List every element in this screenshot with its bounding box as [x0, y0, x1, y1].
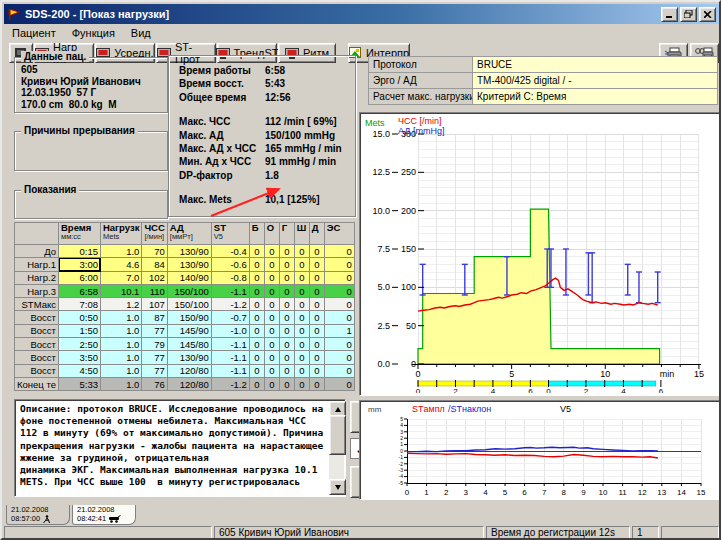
description-text[interactable]: Описание: протокол BRUCE. Исследование п… [17, 402, 328, 494]
stage-cell-mets[interactable]: 1.2 [100, 298, 141, 311]
record-tab-1[interactable]: 21.02.2008 08:57:00 [6, 505, 70, 525]
stage-row-label[interactable]: До [15, 245, 59, 258]
stage-cell-st[interactable]: -1.1 [211, 338, 249, 351]
stage-cell-o[interactable]: 0 [264, 364, 279, 377]
stage-cell-o[interactable]: 0 [264, 377, 279, 390]
stage-cell-es[interactable]: 0 [324, 377, 354, 390]
stage-cell-d[interactable]: 0 [309, 351, 324, 364]
stage-cell-d[interactable]: 0 [309, 298, 324, 311]
stage-row-label[interactable]: Восст [15, 324, 59, 337]
stage-cell-g[interactable]: 0 [279, 377, 294, 390]
stage-cell-b[interactable]: 0 [249, 284, 264, 297]
stage-cell-es[interactable]: 0 [324, 258, 354, 271]
stage-cell-hr[interactable]: 107 [142, 298, 167, 311]
stage-cell-st[interactable]: -0.6 [211, 258, 249, 271]
stage-cell-time[interactable]: 6:58 [58, 284, 100, 297]
stage-cell-b[interactable]: 0 [249, 364, 264, 377]
stage-cell-mets[interactable]: 1.0 [100, 338, 141, 351]
stage-cell-mets[interactable]: 4.6 [100, 258, 141, 271]
stage-cell-b[interactable]: 0 [249, 377, 264, 390]
stage-row-label[interactable]: Нагр.2 [15, 271, 59, 284]
menu-view[interactable]: Вид [123, 26, 159, 40]
stage-cell-o[interactable]: 0 [264, 351, 279, 364]
protocol-value[interactable]: BRUCE [473, 57, 718, 73]
stage-cell-d[interactable]: 0 [309, 364, 324, 377]
stage-cell-d[interactable]: 0 [309, 245, 324, 258]
stage-cell-time[interactable]: 0:50 [58, 311, 100, 324]
stage-cell-g[interactable]: 0 [279, 364, 294, 377]
stage-cell-bp[interactable]: 130/90 [167, 258, 211, 271]
stage-row-label[interactable]: Восст [15, 338, 59, 351]
scroll-thumb[interactable] [329, 415, 346, 455]
stage-cell-b[interactable]: 0 [249, 338, 264, 351]
stage-cell-st[interactable]: -1.2 [211, 298, 249, 311]
stage-cell-hr[interactable]: 70 [142, 245, 167, 258]
stage-row-label[interactable]: STМакс [15, 298, 59, 311]
stage-cell-d[interactable]: 0 [309, 377, 324, 390]
stage-cell-mets[interactable]: 1.0 [100, 311, 141, 324]
stage-cell-st[interactable]: -1.1 [211, 284, 249, 297]
stage-row-label[interactable]: Нагр.3 [15, 284, 59, 297]
stage-cell-time[interactable]: 7:08 [58, 298, 100, 311]
stage-cell-sh[interactable]: 0 [294, 324, 309, 337]
stage-cell-d[interactable]: 0 [309, 258, 324, 271]
stage-cell-bp[interactable]: 140/90 [167, 271, 211, 284]
stage-cell-es[interactable]: 0 [324, 298, 354, 311]
stage-cell-hr[interactable]: 102 [142, 271, 167, 284]
stage-cell-d[interactable]: 0 [309, 271, 324, 284]
stage-cell-bp[interactable]: 130/90 [167, 245, 211, 258]
stage-cell-st[interactable]: -0.8 [211, 271, 249, 284]
stage-cell-o[interactable]: 0 [264, 298, 279, 311]
stage-cell-st[interactable]: -1.0 [211, 324, 249, 337]
stage-cell-time[interactable]: 2:50 [58, 338, 100, 351]
stage-cell-g[interactable]: 0 [279, 351, 294, 364]
stage-cell-hr[interactable]: 79 [142, 338, 167, 351]
stage-cell-o[interactable]: 0 [264, 271, 279, 284]
stage-cell-sh[interactable]: 0 [294, 364, 309, 377]
stage-cell-hr[interactable]: 77 [142, 364, 167, 377]
menu-function[interactable]: Функция [64, 26, 123, 40]
stage-cell-bp[interactable]: 120/80 [167, 364, 211, 377]
stage-cell-es[interactable]: 0 [324, 284, 354, 297]
stage-cell-b[interactable]: 0 [249, 311, 264, 324]
stage-cell-d[interactable]: 0 [309, 324, 324, 337]
stage-cell-mets[interactable]: 1.0 [100, 377, 141, 390]
stage-cell-g[interactable]: 0 [279, 271, 294, 284]
stage-cell-sh[interactable]: 0 [294, 351, 309, 364]
scroll-down-button[interactable] [329, 479, 346, 495]
stage-cell-mets[interactable]: 1.0 [100, 245, 141, 258]
stage-cell-g[interactable]: 0 [279, 258, 294, 271]
menu-patient[interactable]: Пациент [4, 26, 64, 40]
minimize-button[interactable] [661, 7, 678, 22]
stage-cell-es[interactable]: 0 [324, 245, 354, 258]
stage-cell-st[interactable]: -1.1 [211, 364, 249, 377]
stage-cell-time[interactable]: 1:50 [58, 324, 100, 337]
stage-cell-sh[interactable]: 0 [294, 311, 309, 324]
stage-row-label[interactable]: Конец те [15, 377, 59, 390]
restore-button[interactable] [680, 7, 697, 22]
stage-cell-g[interactable]: 0 [279, 284, 294, 297]
stage-cell-bp[interactable]: 120/80 [167, 377, 211, 390]
stage-cell-g[interactable]: 0 [279, 311, 294, 324]
stage-cell-time[interactable]: 6:00 [58, 271, 100, 284]
stage-cell-b[interactable]: 0 [249, 271, 264, 284]
stage-cell-b[interactable]: 0 [249, 298, 264, 311]
stage-cell-hr[interactable]: 110 [142, 284, 167, 297]
stage-cell-bp[interactable]: 145/90 [167, 324, 211, 337]
stage-cell-es[interactable]: 0 [324, 364, 354, 377]
stage-cell-sh[interactable]: 0 [294, 245, 309, 258]
stage-cell-es[interactable]: 0 [324, 338, 354, 351]
stage-cell-st[interactable]: -0.7 [211, 311, 249, 324]
stage-row-label[interactable]: Нагр.1 [15, 258, 59, 271]
stage-cell-b[interactable]: 0 [249, 351, 264, 364]
stage-cell-mets[interactable]: 10.1 [100, 284, 141, 297]
stage-cell-es[interactable]: 1 [324, 324, 354, 337]
stage-cell-mets[interactable]: 1.0 [100, 364, 141, 377]
stage-cell-time[interactable]: 3:00 [58, 258, 100, 271]
stage-cell-g[interactable]: 0 [279, 245, 294, 258]
stage-cell-hr[interactable]: 77 [142, 351, 167, 364]
stage-cell-sh[interactable]: 0 [294, 298, 309, 311]
stage-cell-hr[interactable]: 87 [142, 311, 167, 324]
stage-cell-es[interactable]: 0 [324, 271, 354, 284]
stage-cell-st[interactable]: -1.2 [211, 377, 249, 390]
